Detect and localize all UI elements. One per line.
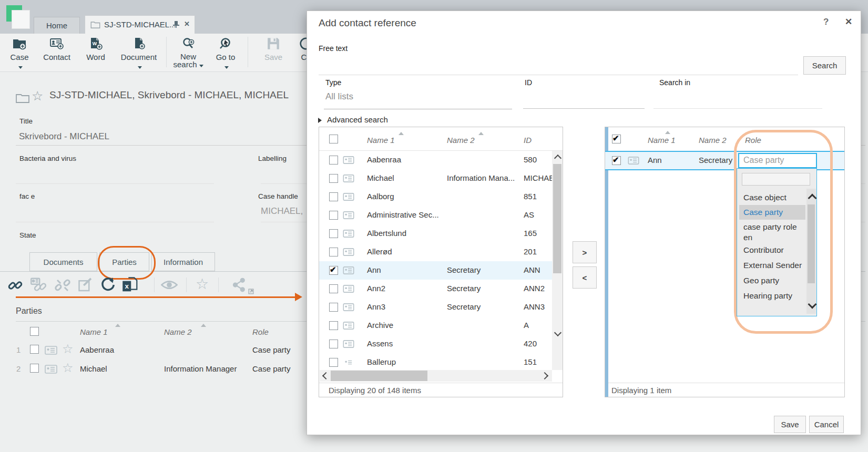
type-value[interactable]: All lists [325, 91, 353, 102]
contact-row[interactable]: Administrative Sec... AS [319, 206, 552, 224]
field-title-value[interactable]: Skrivebord - MICHAEL [19, 131, 109, 142]
toolbar-contact-button[interactable]: Contact [39, 37, 75, 61]
toolbar-word-label: Word [86, 53, 105, 61]
toolbar-word-button[interactable]: W Word [81, 37, 110, 61]
svg-text:x: x [125, 282, 129, 290]
column-header-role[interactable]: Role [252, 327, 269, 336]
column-header-id[interactable]: ID [524, 136, 532, 145]
tab-documents[interactable]: Documents [29, 252, 97, 271]
dropdown-option[interactable]: Hearing party [739, 289, 805, 304]
column-header-name2[interactable]: Name 2 [164, 327, 192, 336]
advanced-search-expander-icon[interactable] [318, 118, 322, 123]
dropdown-option[interactable]: Contributor [739, 243, 805, 258]
export-excel-icon[interactable]: x [122, 276, 139, 293]
row-checkbox[interactable] [30, 364, 39, 373]
field-title-label: Title [19, 117, 33, 125]
toolbar-new-search-button[interactable]: New search [169, 37, 207, 68]
toolbar-document-button[interactable]: Document [115, 37, 163, 70]
column-header-name1[interactable]: Name 1 [80, 327, 108, 336]
contact-row[interactable]: Allerød 201 [319, 243, 552, 261]
row-checkbox[interactable] [329, 229, 338, 238]
contact-row-selected[interactable]: Ann Secretary ANN [319, 261, 552, 280]
row-checkbox[interactable] [329, 358, 338, 367]
dialog-cancel-button[interactable]: Cancel [809, 416, 844, 433]
dropdown-option[interactable]: Case object [739, 190, 805, 205]
row-checkbox[interactable] [612, 156, 621, 165]
dialog-save-button[interactable]: Save [774, 416, 806, 433]
add-selected-button[interactable]: > [573, 241, 597, 263]
row-checkbox[interactable] [329, 284, 338, 293]
cell-name1: Administrative Sec... [367, 210, 439, 219]
share-icon[interactable] [231, 277, 247, 293]
tab-close-icon[interactable]: ✕ [184, 20, 190, 28]
help-icon[interactable]: ? [823, 17, 829, 27]
contact-row[interactable]: Aalborg 851 [319, 188, 552, 206]
dropdown-option[interactable]: case party role en [739, 220, 798, 243]
search-in-input[interactable] [653, 91, 822, 109]
contact-row[interactable]: Ann3 Secretary ANN3 [319, 298, 552, 316]
id-input[interactable] [523, 91, 645, 109]
refresh-icon[interactable] [100, 277, 116, 293]
select-all-checkbox[interactable] [329, 135, 338, 143]
contact-row[interactable]: Archive A [319, 316, 552, 335]
column-header-name1[interactable]: Name 1 [367, 136, 395, 145]
dropdown-scroll-thumb[interactable] [808, 204, 815, 283]
remove-selected-button[interactable]: < [573, 266, 597, 289]
free-text-input[interactable] [319, 58, 798, 75]
row-checkbox[interactable] [329, 266, 338, 275]
dropdown-option[interactable]: Geo party [739, 273, 805, 289]
select-all-checkbox[interactable] [612, 135, 621, 143]
contact-row[interactable]: Ann2 Secretary ANN2 [319, 280, 552, 298]
column-header-name1[interactable]: Name 1 [648, 136, 676, 145]
contact-row[interactable]: Albertslund 165 [319, 224, 552, 243]
cell-id: 420 [524, 339, 537, 348]
tab-home[interactable]: Home [34, 17, 80, 34]
row-checkbox[interactable] [329, 321, 338, 330]
advanced-search-toggle[interactable]: Advanced search [327, 115, 388, 124]
row-checkbox[interactable] [329, 192, 338, 201]
add-party-link-icon[interactable] [7, 278, 23, 293]
toolbar-goto-button[interactable]: Go to [209, 37, 242, 70]
link-contact-icon[interactable] [30, 277, 47, 293]
expand-corner-icon[interactable] [248, 289, 254, 294]
contact-row[interactable]: Michael Information Mana... MICHAE [319, 169, 552, 188]
column-header-name2[interactable]: Name 2 [699, 136, 727, 145]
tab-information[interactable]: Information [151, 252, 215, 271]
contact-card-icon [343, 303, 354, 311]
column-header-name2[interactable]: Name 2 [447, 136, 475, 145]
contact-row[interactable]: Aabenraa 580 [319, 151, 552, 169]
row-checkbox[interactable] [329, 211, 338, 220]
favorite-icon[interactable]: ☆ [196, 275, 209, 293]
toolbar-save-button[interactable]: Save [257, 37, 290, 61]
select-all-checkbox[interactable] [30, 327, 39, 336]
tab-case[interactable]: SJ-STD-MICHAEL... ✕ [85, 15, 195, 34]
row-star-icon[interactable]: ☆ [62, 342, 74, 356]
role-filter-input[interactable] [742, 173, 810, 186]
dropdown-option[interactable]: External Sender [739, 258, 805, 273]
favorite-star-icon[interactable]: ☆ [32, 88, 43, 104]
contact-row[interactable]: Ballerup 151 [319, 353, 552, 370]
vertical-scroll-thumb[interactable] [553, 164, 561, 273]
row-checkbox[interactable] [329, 303, 338, 312]
contact-row[interactable]: Assens 420 [319, 335, 552, 353]
dialog-close-icon[interactable]: ✕ [845, 16, 852, 27]
add-contact-reference-dialog: Add contact reference ? ✕ Free text Sear… [307, 11, 861, 435]
dropdown-option-selected[interactable]: Case party [739, 205, 805, 220]
preview-eye-icon[interactable] [161, 279, 178, 291]
row-checkbox[interactable] [30, 345, 39, 354]
toolbar-case-button[interactable]: Case [4, 37, 35, 70]
party-row[interactable]: 2 ☆ Michael Information Manager Case par… [0, 359, 307, 378]
search-button[interactable]: Search [803, 56, 846, 75]
party-row[interactable]: 1 ☆ Aabenraa Case party [0, 341, 307, 359]
pin-icon[interactable] [172, 21, 180, 28]
role-combobox[interactable]: Case party [738, 153, 817, 168]
horizontal-scroll-thumb[interactable] [331, 371, 427, 381]
remove-link-icon[interactable] [55, 278, 70, 293]
row-checkbox[interactable] [329, 340, 338, 348]
row-checkbox[interactable] [329, 156, 338, 165]
row-checkbox[interactable] [329, 174, 338, 183]
edit-icon[interactable] [78, 278, 94, 293]
field-case-handle-value[interactable]: MICHAEL, [261, 206, 303, 217]
row-checkbox[interactable] [329, 248, 338, 256]
row-star-icon[interactable]: ☆ [62, 361, 74, 375]
